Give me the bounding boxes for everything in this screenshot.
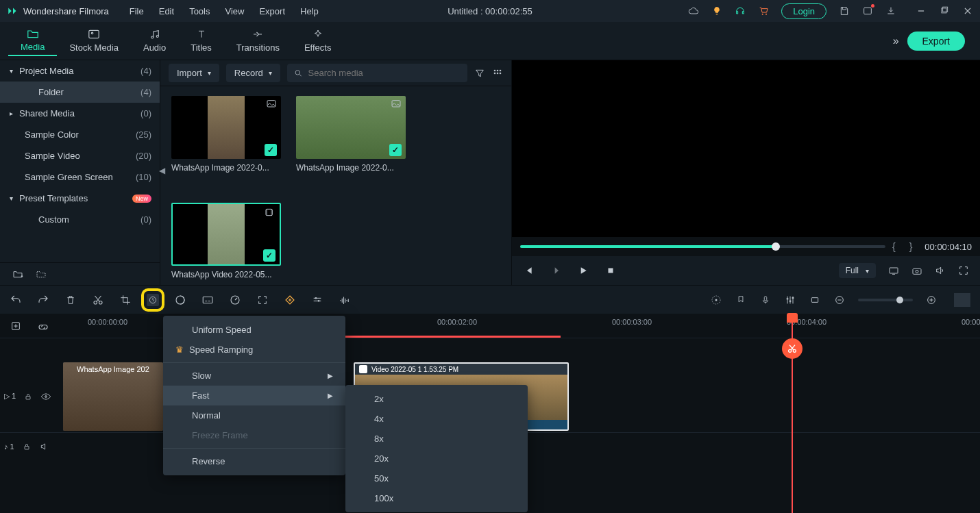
fullscreen-icon[interactable] [958, 265, 969, 276]
eye-icon[interactable] [40, 391, 51, 402]
monitor-icon[interactable] [888, 265, 899, 276]
media-thumb[interactable]: ✓ WhatsApp Image 2022-0... [296, 96, 406, 173]
media-thumb[interactable]: ✓ WhatsApp Image 2022-0... [171, 96, 281, 173]
prev-page-icon[interactable]: ◀ [159, 166, 165, 175]
sidebar-item-preset-templates[interactable]: ▾Preset TemplatesNew [0, 188, 160, 209]
sidebar-item-sample-video[interactable]: Sample Video(20) [0, 145, 160, 166]
preview-progress-bar[interactable] [520, 245, 885, 248]
record-dropdown[interactable]: Record▾ [226, 64, 280, 82]
speed-ramping[interactable]: ♛Speed Ramping [163, 340, 345, 360]
speed-slow[interactable]: Slow▶ [163, 366, 345, 386]
speed-reverse[interactable]: Reverse [163, 451, 345, 471]
crop-icon[interactable] [119, 294, 132, 306]
close-icon[interactable] [962, 5, 973, 16]
bulb-icon[interactable] [711, 5, 722, 16]
tab-titles[interactable]: Titles [178, 26, 224, 55]
keyframe-brackets-icon[interactable]: { } [892, 241, 918, 252]
download-icon[interactable] [885, 5, 896, 16]
subtitle-icon[interactable] [201, 294, 214, 306]
search-media[interactable] [287, 64, 467, 82]
fit-icon[interactable] [256, 294, 269, 306]
cut-icon[interactable] [92, 294, 104, 306]
playhead[interactable] [792, 314, 793, 513]
tab-transitions[interactable]: Transitions [224, 26, 292, 55]
cloud-icon[interactable] [688, 5, 699, 16]
step-icon[interactable] [550, 265, 561, 276]
save-icon[interactable] [839, 5, 850, 16]
color-icon[interactable] [174, 294, 186, 306]
menu-export[interactable]: Export [259, 6, 285, 16]
menu-help[interactable]: Help [300, 6, 319, 16]
zoom-in-icon[interactable] [925, 294, 938, 306]
login-button[interactable]: Login [781, 3, 826, 19]
redo-icon[interactable] [37, 294, 49, 306]
timeline-clip-image[interactable]: WhatsApp Image 202 [63, 362, 163, 431]
preview-viewport[interactable] [512, 60, 980, 237]
sidebar-item-project-media[interactable]: ▾Project Media(4) [0, 60, 160, 82]
media-thumb[interactable]: ✓ WhatsApp Video 2022-05... [171, 203, 281, 279]
tab-media[interactable]: Media [8, 25, 57, 56]
volume-icon[interactable] [935, 265, 946, 276]
marker-icon[interactable] [735, 294, 747, 306]
grid-view-icon[interactable] [492, 68, 503, 79]
fast-8x[interactable]: 8x [345, 429, 528, 449]
new-folder-icon[interactable] [12, 268, 23, 279]
keyframe-add-icon[interactable] [284, 294, 296, 306]
zoom-out-icon[interactable] [833, 294, 846, 306]
sidebar-item-sample-green[interactable]: Sample Green Screen(10) [0, 166, 160, 188]
speedometer-icon[interactable] [229, 294, 241, 306]
menu-file[interactable]: File [130, 6, 144, 16]
quality-select[interactable]: Full▾ [839, 263, 876, 278]
fast-50x[interactable]: 50x [345, 468, 528, 488]
speed-fast[interactable]: Fast▶ [163, 386, 345, 405]
prev-frame-icon[interactable] [523, 265, 534, 276]
menu-tools[interactable]: Tools [189, 6, 210, 16]
import-dropdown[interactable]: Import▾ [169, 64, 219, 82]
speed-icon[interactable] [147, 294, 159, 306]
speed-normal[interactable]: Normal [163, 405, 345, 425]
fast-2x[interactable]: 2x [345, 389, 528, 409]
fast-4x[interactable]: 4x [345, 409, 528, 429]
sidebar-item-custom[interactable]: Custom(0) [0, 209, 160, 230]
fast-100x[interactable]: 100x [345, 488, 528, 508]
lock-icon[interactable] [21, 441, 32, 452]
expand-tabs-icon[interactable]: » [893, 35, 899, 47]
maximize-icon[interactable] [939, 5, 950, 16]
export-button[interactable]: Export [907, 32, 965, 51]
delete-icon[interactable] [64, 294, 77, 306]
play-icon[interactable] [578, 265, 589, 276]
cart-icon[interactable] [758, 5, 769, 16]
folder-out-icon[interactable] [36, 268, 47, 279]
stop-icon[interactable] [605, 265, 616, 276]
tab-audio[interactable]: Audio [131, 26, 178, 55]
render-icon[interactable] [710, 294, 722, 306]
filter-icon[interactable] [474, 68, 485, 79]
speaker-icon[interactable] [39, 441, 50, 452]
menu-view[interactable]: View [225, 6, 244, 16]
lock-icon[interactable] [23, 391, 34, 402]
audio-wave-icon[interactable] [339, 294, 351, 306]
headset-icon[interactable] [735, 5, 746, 16]
settings-icon[interactable] [311, 294, 323, 306]
snap-icon[interactable] [809, 294, 821, 306]
sidebar-item-shared-media[interactable]: ▸Shared Media(0) [0, 103, 160, 124]
notification-icon[interactable] [862, 5, 873, 16]
add-track-icon[interactable] [10, 320, 22, 332]
fast-20x[interactable]: 20x [345, 449, 528, 468]
tab-effects[interactable]: Effects [292, 26, 344, 55]
scissor-cut-icon[interactable] [782, 338, 803, 359]
sidebar-item-sample-color[interactable]: Sample Color(25) [0, 124, 160, 145]
tab-stock-media[interactable]: Stock Media [57, 26, 131, 55]
search-input[interactable] [308, 68, 461, 78]
minimize-icon[interactable] [916, 5, 927, 16]
speed-uniform[interactable]: Uniform Speed [163, 320, 345, 340]
link-icon[interactable] [37, 320, 49, 332]
sidebar-item-folder[interactable]: Folder(4) [0, 82, 160, 103]
timeline-options-icon[interactable] [954, 293, 970, 307]
undo-icon[interactable] [10, 294, 22, 306]
menu-edit[interactable]: Edit [159, 6, 174, 16]
camera-icon[interactable] [911, 265, 922, 276]
zoom-slider[interactable] [858, 299, 913, 301]
mic-icon[interactable] [759, 294, 772, 306]
mixer-icon[interactable] [784, 294, 796, 306]
